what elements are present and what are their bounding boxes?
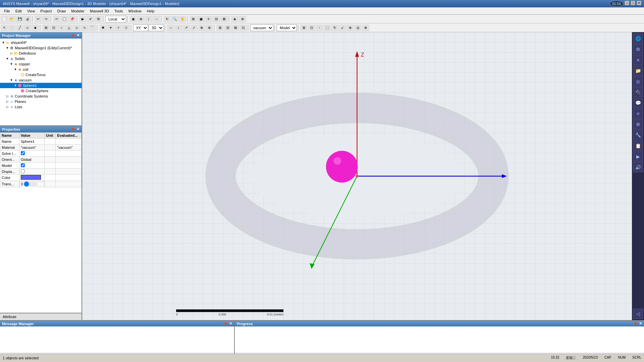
sidebar-icon-list[interactable]: ≡	[633, 109, 643, 119]
solid-btn[interactable]: ■	[32, 24, 39, 31]
menu-help[interactable]: Help	[144, 8, 157, 14]
tb3-1[interactable]: ⊞	[42, 24, 50, 31]
tb3-4[interactable]: △	[65, 24, 73, 31]
prop-pin-btn[interactable]: 📌	[70, 127, 75, 131]
analyze-button[interactable]: ▶	[79, 16, 87, 22]
sidebar-icon-chrome[interactable]: ◎	[633, 76, 643, 86]
tree-solids[interactable]: ▼ ◈ Solids	[0, 56, 82, 61]
sim-button[interactable]: ⚙	[95, 16, 102, 22]
tree-lists[interactable]: ▷ ≡ Lists	[0, 104, 82, 110]
tb4-10[interactable]: ⊡	[239, 24, 247, 31]
tb5-6[interactable]: ↙	[339, 24, 346, 31]
redo-button[interactable]: ↪	[42, 16, 50, 22]
coord-system-dropdown[interactable]: Local Global	[105, 16, 126, 22]
tb-more4[interactable]: ◈	[231, 16, 238, 22]
minimize-button[interactable]: ─	[625, 1, 629, 5]
tree-design[interactable]: ▼ ⚙ Maxwell3DDesign1 (EddyCurrent)*	[0, 45, 82, 51]
tb3-9[interactable]: ✦	[107, 24, 114, 31]
tb-more2[interactable]: ⊟	[213, 16, 220, 22]
tree-toggle-coil[interactable]: ▼	[13, 68, 17, 71]
close-button[interactable]: ✕	[637, 1, 641, 5]
view-fit[interactable]: ⊞	[190, 16, 197, 22]
point-btn[interactable]: ·	[8, 24, 16, 31]
display-checkbox[interactable]	[21, 169, 25, 173]
plane-dropdown[interactable]: XYYZXZ	[133, 24, 148, 31]
prop-display-value[interactable]	[19, 169, 44, 175]
tree-toggle-lists[interactable]: ▷	[5, 105, 9, 109]
tb-more5[interactable]: ⊕	[239, 16, 246, 22]
solve-type-dropdown[interactable]: Model	[277, 24, 297, 31]
attribute-tab[interactable]: Attribute	[0, 313, 82, 320]
sidebar-collapse-btn[interactable]: ◁	[633, 309, 643, 319]
tb5-9[interactable]: ⊗	[362, 24, 369, 31]
tree-toggle-coord[interactable]: ▷	[5, 95, 9, 98]
menu-tools[interactable]: Tools	[112, 8, 126, 14]
prop-name-value[interactable]: Sphere1	[19, 138, 44, 144]
prop-color-value[interactable]	[19, 175, 44, 181]
msg-pin-btn[interactable]: 📌	[223, 321, 228, 326]
menu-window[interactable]: Window	[126, 8, 144, 14]
sidebar-icon-play[interactable]: ▶	[633, 152, 643, 162]
tb3-11[interactable]: ✩	[122, 24, 130, 31]
tb4-5[interactable]: ⊕	[198, 24, 205, 31]
view3d-dropdown[interactable]: 3D2D	[149, 24, 164, 31]
tb4-9[interactable]: ⊠	[232, 24, 239, 31]
tb3-2[interactable]: ⊡	[50, 24, 57, 31]
menu-draw[interactable]: Draw	[55, 8, 69, 14]
sidebar-icon-connect[interactable]: 🔌	[633, 87, 643, 97]
sidebar-icon-network[interactable]: 🌐	[633, 34, 643, 44]
tree-vacuum[interactable]: ▼ ■ vacuum	[0, 77, 82, 83]
tb4-3[interactable]: ↗	[182, 24, 190, 31]
tb5-4[interactable]: ⬚	[323, 24, 331, 31]
new-button[interactable]: 📄	[1, 16, 8, 22]
validate-button[interactable]: ✔	[87, 16, 94, 22]
sidebar-icon-folder[interactable]: 📁	[633, 66, 643, 76]
save-button[interactable]: 💾	[16, 16, 23, 22]
pm-pin-btn[interactable]: 📌	[70, 33, 75, 38]
zoom-button[interactable]: 🔍	[171, 16, 178, 22]
copy-button[interactable]: 📋	[61, 16, 68, 22]
prop-material-value[interactable]: "vacuum"	[19, 144, 44, 150]
pan-button[interactable]: ✋	[179, 16, 186, 22]
viewport-canvas[interactable]: Z 0	[82, 32, 632, 320]
sphere-object[interactable]	[326, 151, 358, 183]
prop-solve-value[interactable]	[19, 150, 44, 157]
model-checkbox[interactable]	[21, 163, 25, 167]
solve-checkbox[interactable]	[21, 151, 25, 155]
tb4-2[interactable]: ↕	[175, 24, 182, 31]
tb4-1[interactable]: ↔	[167, 24, 174, 31]
paste-button[interactable]: 📌	[68, 16, 76, 22]
tree-definitions[interactable]: ▷ 📁 Definitions	[0, 51, 82, 56]
tb4-7[interactable]: ⊞	[216, 24, 224, 31]
cut-button[interactable]: ✂	[53, 16, 60, 22]
tree-coord-systems[interactable]: ▷ ⊕ Coordinate Systems	[0, 94, 82, 99]
tree-toggle-project[interactable]: ▼	[1, 41, 5, 44]
tree-toggle-planes[interactable]: ▷	[5, 100, 9, 103]
prop-model-value[interactable]	[19, 163, 44, 169]
tree-toggle-defs[interactable]: ▷	[9, 52, 13, 55]
tb3-7[interactable]: ⌒	[89, 24, 96, 31]
tb3-10[interactable]: ✧	[115, 24, 122, 31]
tree-toggle-copper[interactable]: ▼	[9, 62, 13, 66]
tb5-5[interactable]: ↻	[331, 24, 338, 31]
tb-btn-1[interactable]: ◉	[129, 16, 137, 22]
sidebar-icon-chat[interactable]: 💬	[633, 98, 643, 108]
tree-coil[interactable]: ▼ ■ coil	[0, 67, 82, 72]
tree-planes[interactable]: ▷ ▱ Planes	[0, 99, 82, 104]
sidebar-icon-settings[interactable]: ⚙	[633, 44, 643, 54]
print-button[interactable]: 🖨	[24, 16, 31, 22]
menu-edit[interactable]: Edit	[13, 8, 24, 14]
tb5-2[interactable]: ⊡	[308, 24, 315, 31]
tb-btn-2[interactable]: ⊕	[137, 16, 145, 22]
sidebar-icon-audio[interactable]: 🔊	[633, 162, 643, 172]
tb5-7[interactable]: ⊕	[346, 24, 354, 31]
tb3-5[interactable]: ◇	[73, 24, 80, 31]
tree-create-torus[interactable]: CreateTorus	[0, 72, 82, 77]
rotate-button[interactable]: ↻	[163, 16, 171, 22]
viewport[interactable]: Z 0	[82, 32, 632, 320]
tree-toggle-solids[interactable]: ▼	[5, 57, 9, 60]
tb3-3[interactable]: ○	[58, 24, 65, 31]
prop-trans-value[interactable]: 0	[19, 181, 44, 187]
tb5-1[interactable]: ⊞	[300, 24, 308, 31]
view-select[interactable]: ▣	[197, 16, 205, 22]
